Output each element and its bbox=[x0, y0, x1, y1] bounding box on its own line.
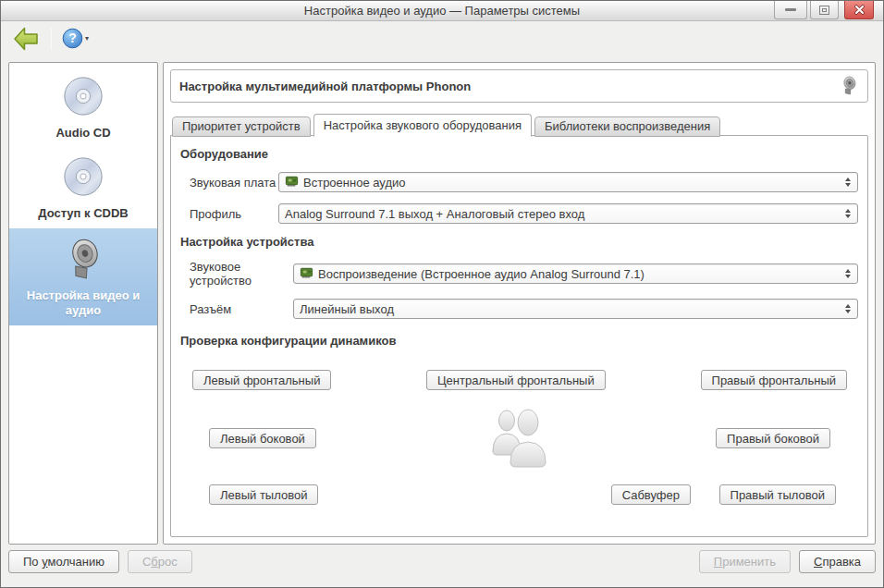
sidebar-item-audio-video-setup[interactable]: Настройка видео и аудио bbox=[9, 228, 157, 325]
sidebar-item-label: Доступ к CDDB bbox=[38, 206, 128, 221]
combo-spinner bbox=[843, 209, 853, 218]
back-button[interactable] bbox=[13, 27, 39, 51]
device-section-title: Настройка устройства bbox=[180, 235, 860, 249]
help-icon: ? bbox=[62, 28, 83, 49]
window-title: Настройка видео и аудио — Параметры сист… bbox=[304, 4, 580, 18]
speaker-test-front-right-button[interactable]: Правый фронтальный bbox=[701, 370, 847, 390]
back-arrow-icon bbox=[13, 27, 39, 51]
footer: По умолчанию Сброс Применить Справка bbox=[8, 550, 876, 573]
toolbar-help-button[interactable]: ? ▾ bbox=[62, 28, 89, 49]
close-button[interactable] bbox=[844, 1, 874, 19]
toolbar: ? ▾ bbox=[1, 22, 883, 55]
page-title: Настройка мультимедийной платформы Phono… bbox=[179, 80, 471, 93]
speaker-test-area: Левый фронтальный Центральный фронтальны… bbox=[178, 359, 860, 507]
tab-bar: Приоритет устройств Настройка звукового … bbox=[172, 113, 868, 136]
audio-device-label: Звуковое устройство bbox=[190, 260, 293, 288]
reset-button[interactable]: Сброс bbox=[128, 550, 192, 573]
sound-card-value: Встроенное аудио bbox=[303, 176, 839, 190]
speaker-test-front-left-button[interactable]: Левый фронтальный bbox=[192, 370, 331, 390]
listener-icon bbox=[485, 407, 553, 471]
sound-card-icon bbox=[300, 265, 313, 282]
help-button[interactable]: Справка bbox=[799, 550, 876, 573]
tab-device-priority[interactable]: Приоритет устройств bbox=[172, 116, 311, 137]
speaker-test-side-right-button[interactable]: Правый боковой bbox=[716, 428, 830, 448]
tab-content: Оборудование Звуковая плата Встроенное а… bbox=[170, 135, 868, 537]
sidebar-item-label: Audio CD bbox=[55, 126, 110, 141]
chevron-down-icon: ▾ bbox=[85, 34, 89, 43]
jack-value: Линейный выход bbox=[300, 302, 839, 316]
sidebar-item-cddb[interactable]: Доступ к CDDB bbox=[9, 148, 157, 228]
minimize-button[interactable] bbox=[774, 1, 807, 19]
phonon-header: Настройка мультимедийной платформы Phono… bbox=[170, 69, 868, 103]
main-panel: Настройка мультимедийной платформы Phono… bbox=[163, 62, 876, 545]
settings-window: Настройка видео и аудио — Параметры сист… bbox=[0, 0, 884, 588]
speaker-test-rear-left-button[interactable]: Левый тыловой bbox=[209, 484, 318, 505]
speaker-test-side-left-button[interactable]: Левый боковой bbox=[209, 428, 316, 448]
profile-label: Профиль bbox=[190, 207, 278, 221]
speaker-test-subwoofer-button[interactable]: Сабвуфер bbox=[611, 484, 691, 505]
jack-label: Разъём bbox=[190, 302, 293, 316]
sidebar-item-audio-cd[interactable]: Audio CD bbox=[9, 67, 157, 148]
sidebar: Audio CD Доступ к CDDB bbox=[8, 62, 158, 545]
profile-value: Analog Surround 7.1 выход + Аналоговый с… bbox=[285, 207, 839, 221]
speaker-test-rear-right-button[interactable]: Правый тыловой bbox=[719, 484, 836, 505]
tab-audio-hardware-setup[interactable]: Настройка звукового оборудования bbox=[313, 114, 532, 137]
speaker-icon bbox=[839, 73, 859, 100]
combo-spinner bbox=[843, 178, 853, 187]
speaker-icon bbox=[61, 236, 105, 284]
maximize-button[interactable] bbox=[810, 1, 839, 19]
close-icon bbox=[854, 5, 865, 15]
combo-spinner bbox=[843, 304, 853, 313]
defaults-button[interactable]: По умолчанию bbox=[8, 550, 119, 573]
apply-button[interactable]: Применить bbox=[699, 550, 791, 573]
profile-select[interactable]: Analog Surround 7.1 выход + Аналоговый с… bbox=[278, 203, 858, 224]
jack-select[interactable]: Линейный выход bbox=[293, 299, 858, 319]
sound-card-label: Звуковая плата bbox=[190, 176, 278, 190]
maximize-icon bbox=[819, 6, 829, 15]
cd-icon bbox=[62, 155, 104, 202]
speaker-test-front-center-button[interactable]: Центральный фронтальный bbox=[426, 370, 606, 390]
cd-icon bbox=[62, 75, 104, 121]
tab-playback-libraries[interactable]: Библиотеки воспроизведения bbox=[534, 116, 720, 137]
sound-card-icon bbox=[285, 174, 299, 190]
minimize-icon bbox=[785, 8, 796, 11]
titlebar: Настройка видео и аудио — Параметры сист… bbox=[1, 1, 883, 21]
hardware-section-title: Оборудование bbox=[180, 147, 860, 161]
speaker-test-section-title: Проверка конфигурации динамиков bbox=[180, 334, 860, 348]
toolbar-separator bbox=[51, 28, 52, 50]
audio-device-value: Воспроизведение (Встроенное аудио Analog… bbox=[318, 267, 839, 281]
audio-device-select[interactable]: Воспроизведение (Встроенное аудио Analog… bbox=[293, 263, 858, 284]
sound-card-select[interactable]: Встроенное аудио bbox=[278, 172, 858, 192]
sidebar-item-label: Настройка видео и аудио bbox=[15, 288, 152, 318]
combo-spinner bbox=[843, 269, 853, 278]
